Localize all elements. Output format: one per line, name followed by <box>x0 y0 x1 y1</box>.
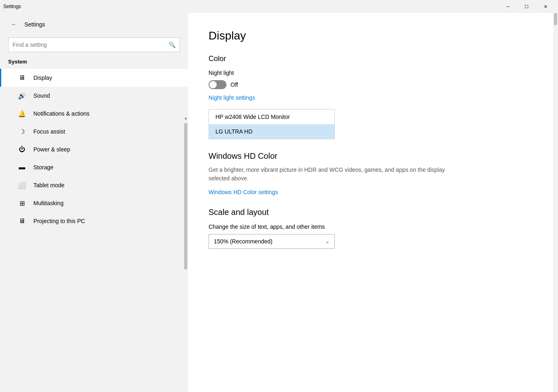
maximize-button[interactable]: ☐ <box>517 0 536 13</box>
monitor-item-lg[interactable]: LG ULTRA HD <box>209 124 334 139</box>
monitor-list: HP w2408 Wide LCD Monitor LG ULTRA HD <box>209 109 335 139</box>
main-scrollbar-thumb[interactable] <box>554 13 557 25</box>
system-section-label: System <box>0 59 188 69</box>
windows-hd-description: Get a brighter, more vibrant picture in … <box>209 166 453 183</box>
night-light-label: Night light <box>209 70 538 76</box>
app-body: ← Settings 🔍 System 🖥 Display 🔊 Sound 🔔 … <box>0 13 558 392</box>
notifications-icon: 🔔 <box>18 110 26 118</box>
sidebar-item-focus[interactable]: ☽ Focus assist <box>0 123 188 140</box>
scale-description: Change the size of text, apps, and other… <box>209 223 538 230</box>
sidebar-item-sound[interactable]: 🔊 Sound <box>0 87 188 105</box>
power-icon: ⏻ <box>18 146 26 153</box>
search-icon[interactable]: 🔍 <box>169 42 176 48</box>
chevron-down-icon: ⌄ <box>325 239 330 244</box>
sidebar-scrollbar[interactable]: ▲ <box>183 123 188 392</box>
monitor-item-hp[interactable]: HP w2408 Wide LCD Monitor <box>209 109 334 124</box>
sidebar-item-label-focus: Focus assist <box>33 128 65 135</box>
search-box: 🔍 <box>8 37 180 52</box>
back-button[interactable]: ← <box>8 19 20 30</box>
titlebar: Settings ─ ☐ ✕ <box>0 0 558 13</box>
color-heading: Color <box>209 55 538 63</box>
scale-dropdown-value: 150% (Recommended) <box>214 238 272 245</box>
sidebar: ← Settings 🔍 System 🖥 Display 🔊 Sound 🔔 … <box>0 13 188 392</box>
sidebar-item-display[interactable]: 🖥 Display <box>0 69 188 87</box>
scale-dropdown[interactable]: 150% (Recommended) ⌄ <box>209 234 335 249</box>
main-content: Display Color Night light Off Night ligh… <box>188 13 558 392</box>
nav-list: 🖥 Display 🔊 Sound 🔔 Notifications & acti… <box>0 69 188 392</box>
scale-heading: Scale and layout <box>209 208 538 217</box>
titlebar-left: Settings <box>3 4 21 9</box>
windows-hd-heading: Windows HD Color <box>209 151 538 161</box>
toggle-state-label: Off <box>231 81 238 88</box>
close-button[interactable]: ✕ <box>536 0 555 13</box>
display-icon: 🖥 <box>18 74 26 81</box>
sidebar-item-label-notifications: Notifications & actions <box>33 110 90 117</box>
sidebar-item-label-sound: Sound <box>33 92 50 99</box>
main-scrollbar[interactable]: ▲ <box>553 13 558 392</box>
night-light-settings-link[interactable]: Night light settings <box>209 94 255 101</box>
monitor-label-lg: LG ULTRA HD <box>215 128 253 135</box>
sidebar-item-notifications[interactable]: 🔔 Notifications & actions <box>0 105 188 123</box>
sidebar-item-label-power: Power & sleep <box>33 146 70 153</box>
titlebar-title: Settings <box>3 4 21 9</box>
sidebar-item-label-storage: Storage <box>33 164 53 171</box>
page-title: Display <box>209 29 538 42</box>
sidebar-item-multitasking[interactable]: ⊞ Multitasking <box>0 194 188 212</box>
sidebar-scrollbar-thumb[interactable] <box>184 123 187 269</box>
sidebar-item-power[interactable]: ⏻ Power & sleep <box>0 140 188 158</box>
sidebar-item-label-projecting: Projecting to this PC <box>33 218 85 224</box>
storage-icon: ▬ <box>18 164 26 171</box>
sidebar-item-label-display: Display <box>33 74 52 81</box>
sidebar-item-label-tablet: Tablet mode <box>33 182 64 188</box>
sidebar-item-projecting[interactable]: 🖥 Projecting to this PC <box>0 212 188 230</box>
night-light-toggle-container: Off <box>209 80 538 89</box>
windows-hd-settings-link[interactable]: Windows HD Color settings <box>209 189 278 195</box>
tablet-icon: ⬜ <box>18 182 26 189</box>
sidebar-item-storage[interactable]: ▬ Storage <box>0 158 188 176</box>
sidebar-item-tablet[interactable]: ⬜ Tablet mode <box>0 176 188 194</box>
monitor-label-hp: HP w2408 Wide LCD Monitor <box>215 114 290 120</box>
toggle-knob <box>209 81 217 88</box>
sidebar-header: ← Settings <box>0 13 188 34</box>
sound-icon: 🔊 <box>18 92 26 100</box>
minimize-button[interactable]: ─ <box>499 0 517 13</box>
night-light-toggle[interactable] <box>209 80 226 89</box>
sidebar-item-label-multitasking: Multitasking <box>33 200 64 206</box>
sidebar-scroll-up[interactable]: ▲ <box>183 114 188 122</box>
search-input[interactable] <box>13 42 169 48</box>
titlebar-controls: ─ ☐ ✕ <box>499 0 555 13</box>
sidebar-app-title: Settings <box>24 21 45 28</box>
projecting-icon: 🖥 <box>18 217 26 225</box>
multitasking-icon: ⊞ <box>18 199 26 207</box>
focus-icon: ☽ <box>18 128 26 136</box>
